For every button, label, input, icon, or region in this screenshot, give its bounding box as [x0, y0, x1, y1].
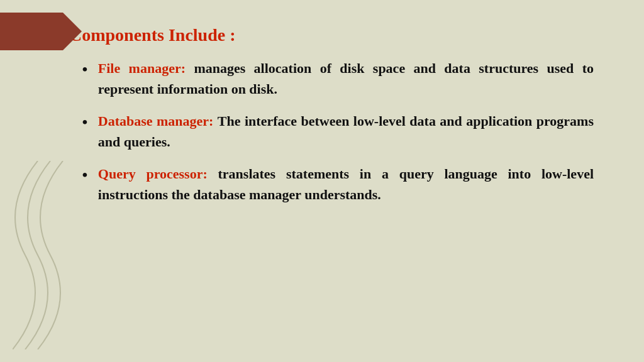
bullet-dot: •: [82, 162, 88, 189]
term-1: File manager:: [98, 60, 186, 76]
arrow-decoration: [0, 13, 82, 50]
list-item: • Database manager: The interface betwee…: [82, 111, 594, 152]
svg-marker-0: [0, 13, 82, 50]
bullet-content: Database manager: The interface between …: [98, 111, 594, 152]
term-3: Query processor:: [98, 166, 208, 182]
list-item: • File manager: manages allocation of di…: [82, 58, 594, 99]
slide-title: Components Include :: [69, 25, 594, 45]
bullet-dot: •: [82, 57, 88, 83]
term-2: Database manager:: [98, 113, 214, 129]
slide: Components Include : • File manager: man…: [0, 0, 644, 362]
bullet-content: File manager: manages allocation of disk…: [98, 58, 594, 99]
bullet-list: • File manager: manages allocation of di…: [82, 58, 594, 216]
bullet-content: Query processor: translates statements i…: [98, 163, 594, 205]
list-item: • Query processor: translates statements…: [82, 163, 594, 205]
bullet-dot: •: [82, 109, 88, 136]
curve-decoration: [13, 161, 75, 349]
